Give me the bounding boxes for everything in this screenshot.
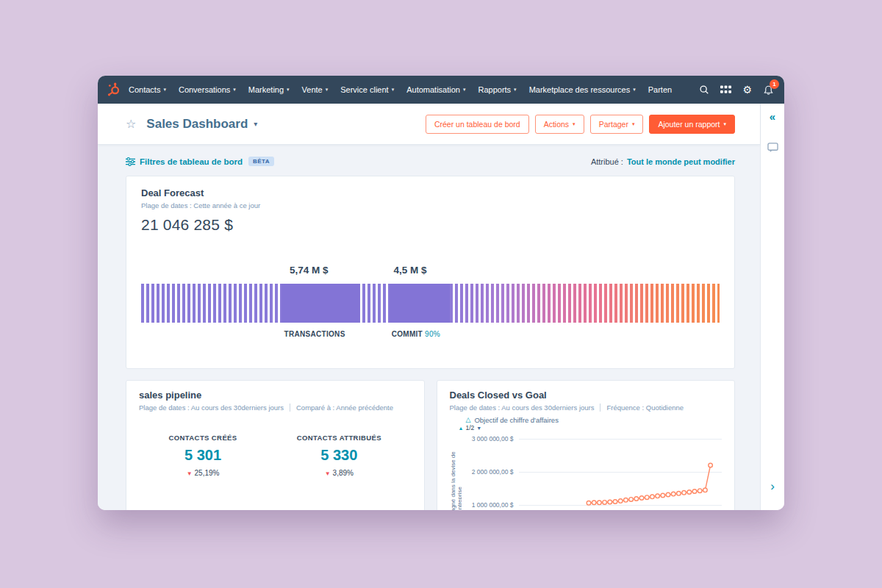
- dashboard-content: Filtres de tableau de bord BÊTA Attribué…: [98, 145, 760, 510]
- nav-item-conversations[interactable]: Conversations▾: [179, 85, 236, 94]
- card-frequency: Fréquence : Quotidienne: [606, 404, 684, 412]
- chevron-down-icon: ▾: [287, 87, 290, 93]
- triangle-down-icon: ▼: [187, 470, 193, 477]
- subtitle-divider: [290, 404, 290, 412]
- transactions-segment[interactable]: [282, 284, 360, 323]
- add-report-button[interactable]: Ajouter un rapport▾: [649, 115, 735, 134]
- nav-item-marketplace[interactable]: Marketplace des ressources▾: [529, 85, 636, 94]
- pager-up-icon[interactable]: ▲: [459, 425, 464, 431]
- right-rail: « ›: [760, 104, 784, 510]
- filter-row: Filtres de tableau de bord BÊTA Attribué…: [126, 157, 735, 166]
- commit-amount-label: 4,5 M $: [393, 265, 426, 276]
- chevron-down-icon: ▾: [573, 121, 576, 127]
- y-axis-label: gagné dans la devise de l'entreprise: [450, 433, 462, 510]
- share-button[interactable]: Partager▾: [590, 115, 644, 134]
- chevron-down-icon: ▾: [326, 87, 329, 93]
- main-column: ☆ Sales Dashboard ▾ Créer un tableau de …: [98, 104, 760, 510]
- deals-chart-plot: 3 000 000,00 $ 2 000 000,00 $ 1 000 000,…: [462, 433, 723, 510]
- deals-line-chart: [519, 433, 734, 510]
- dashboard-header: ☆ Sales Dashboard ▾ Créer un tableau de …: [98, 104, 760, 145]
- nav-icon-group: ⚙ 1: [699, 85, 774, 96]
- pager-count: 1/2: [465, 425, 474, 431]
- chevron-down-icon: ▾: [463, 87, 466, 93]
- subtitle-divider: [600, 404, 600, 412]
- nav-item-rapports[interactable]: Rapports▾: [478, 85, 516, 94]
- nav-item-automatisation[interactable]: Automatisation▾: [406, 85, 465, 94]
- transactions-caption: TRANSACTIONS: [284, 330, 345, 338]
- app-window: Contacts▾ Conversations▾ Marketing▾ Vent…: [98, 76, 784, 510]
- settings-gear-icon[interactable]: ⚙: [742, 85, 752, 95]
- chart-legend: △ Objectif de chiffre d'affaires: [466, 416, 723, 424]
- hubspot-logo-icon[interactable]: [107, 82, 121, 97]
- favorite-star-icon[interactable]: ☆: [126, 117, 136, 131]
- comments-icon[interactable]: [767, 143, 778, 153]
- assigned-label: Attribué :: [591, 157, 623, 166]
- actions-button[interactable]: Actions▾: [535, 115, 584, 134]
- chevron-down-icon: ▾: [254, 120, 257, 128]
- deal-forecast-card: Deal Forecast Plage de dates : Cette ann…: [126, 176, 735, 369]
- chevron-down-icon: ▾: [163, 87, 166, 93]
- assigned-permission-link[interactable]: Tout le monde peut modifier: [627, 157, 735, 166]
- chevron-down-icon: ▾: [633, 87, 636, 93]
- deals-closed-card: Deals Closed vs Goal Plage de dates : Au…: [437, 380, 736, 510]
- create-dashboard-button[interactable]: Créer un tableau de bord: [426, 115, 529, 134]
- pager-down-icon[interactable]: ▼: [476, 425, 481, 431]
- card-title: sales pipeline: [139, 390, 412, 401]
- chevron-down-icon: ▾: [632, 121, 635, 127]
- commit-caption: COMMIT90%: [392, 330, 440, 338]
- nav-menu: Contacts▾ Conversations▾ Marketing▾ Vent…: [129, 85, 690, 94]
- notification-count-badge: 1: [770, 79, 779, 89]
- sales-pipeline-card: sales pipeline Plage de dates : Au cours…: [126, 380, 425, 510]
- commit-percentage: 90%: [425, 330, 440, 338]
- nav-item-marketing[interactable]: Marketing▾: [248, 85, 290, 94]
- beta-badge: BÊTA: [248, 157, 274, 166]
- body-row: ☆ Sales Dashboard ▾ Créer un tableau de …: [98, 104, 784, 510]
- triangle-down-icon: ▼: [325, 470, 331, 477]
- collapse-panel-icon[interactable]: «: [770, 111, 775, 122]
- deals-chart-area: gagné dans la devise de l'entreprise 3 0…: [450, 433, 723, 510]
- nav-item-contacts[interactable]: Contacts▾: [129, 85, 166, 94]
- top-navbar: Contacts▾ Conversations▾ Marketing▾ Vent…: [98, 76, 784, 104]
- chevron-down-icon: ▾: [392, 87, 395, 93]
- metric-contacts-created: CONTACTS CRÉÉS 5 301 ▼25,19%: [169, 434, 237, 477]
- dashboard-filters-link[interactable]: Filtres de tableau de bord: [126, 157, 243, 166]
- filter-sliders-icon: [126, 157, 135, 166]
- expand-chevron-icon[interactable]: ›: [770, 480, 775, 492]
- page-title[interactable]: Sales Dashboard: [146, 117, 248, 132]
- card-date-range: Plage de dates : Au cours des 30derniers…: [450, 404, 595, 412]
- forecast-bar-zone: 5,74 M $ 4,5 M $ TRANSACTIONS COMMIT90%: [141, 265, 720, 345]
- notifications-bell-icon[interactable]: 1: [763, 85, 774, 96]
- card-date-range: Plage de dates : Au cours des 30derniers…: [139, 404, 284, 412]
- commit-segment[interactable]: [390, 284, 450, 323]
- legend-pager: ▲ 1/2 ▼: [459, 425, 723, 431]
- nav-item-service-client[interactable]: Service client▾: [340, 85, 394, 94]
- bottom-cards-row: sales pipeline Plage de dates : Au cours…: [126, 380, 735, 510]
- forecast-total-amount: 21 046 285 $: [141, 216, 720, 234]
- header-buttons: Créer un tableau de bord Actions▾ Partag…: [426, 115, 735, 134]
- card-date-range: Plage de dates : Cette année à ce jour: [141, 201, 260, 209]
- pipeline-metrics: CONTACTS CRÉÉS 5 301 ▼25,19% CONTACTS AT…: [139, 434, 412, 477]
- goal-triangle-icon: △: [466, 416, 471, 424]
- transactions-amount-label: 5,74 M $: [290, 265, 329, 276]
- metric-contacts-assigned: CONTACTS ATTRIBUÉS 5 330 ▼3,89%: [297, 434, 381, 477]
- search-icon[interactable]: [699, 85, 709, 95]
- nav-item-vente[interactable]: Vente▾: [302, 85, 329, 94]
- chevron-down-icon: ▾: [723, 121, 726, 127]
- forecast-stripe-bar[interactable]: [141, 284, 720, 323]
- chevron-down-icon: ▾: [233, 87, 236, 93]
- card-compare: Comparé à : Année précédente: [296, 404, 393, 412]
- chevron-down-icon: ▾: [514, 87, 517, 93]
- card-title: Deal Forecast: [141, 187, 720, 198]
- nav-item-partenaires[interactable]: Parten: [648, 85, 672, 94]
- card-title: Deals Closed vs Goal: [450, 390, 723, 401]
- apps-grid-icon[interactable]: [720, 85, 731, 94]
